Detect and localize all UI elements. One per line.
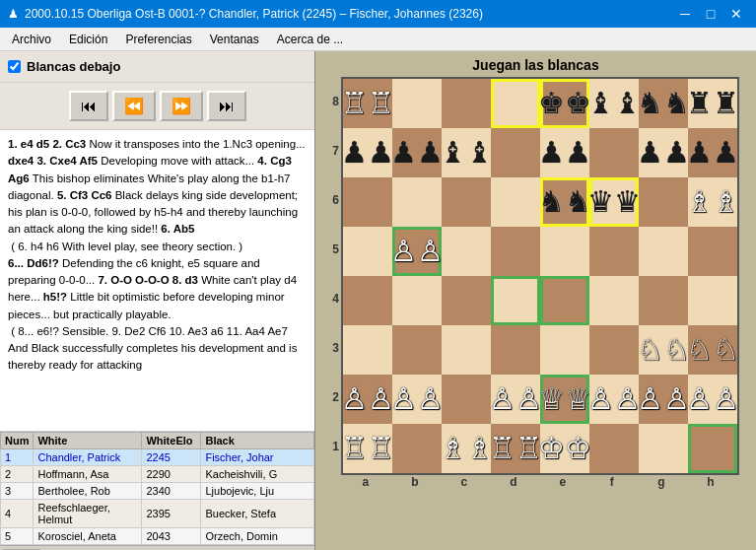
cell-a6[interactable] [343, 177, 392, 227]
cell-b7[interactable]: ♟ [392, 128, 442, 177]
menu-item-edición[interactable]: Edición [61, 31, 115, 48]
cell-e3[interactable] [540, 325, 589, 375]
table-row[interactable]: 2 Hoffmann, Asa 2290 Kacheishvili, G [1, 466, 314, 483]
cell-d4[interactable] [491, 276, 540, 325]
prev-button[interactable]: ⏪ [112, 91, 156, 121]
next-button[interactable]: ⏩ [160, 91, 203, 121]
cell-f1[interactable] [589, 424, 639, 473]
minimize-button[interactable]: ─ [673, 4, 697, 24]
cell-f8[interactable]: ♝ [589, 79, 639, 128]
first-button[interactable]: ⏮ [69, 91, 108, 121]
title-bar: ♟ 2000.10.15 Oberliga Ost-B 0001-? Chand… [0, 0, 756, 28]
cell-g2[interactable]: ♙ [639, 375, 688, 424]
cell-a3[interactable] [343, 325, 392, 375]
cell-c4[interactable] [442, 276, 491, 325]
move-text-area[interactable]: 1. e4 d5 2. Cc3 Now it transposes into t… [0, 130, 314, 432]
cell-e1[interactable]: ♔ [540, 424, 589, 473]
cell-g3[interactable]: ♘ [639, 325, 688, 375]
table-row[interactable]: 1 Chandler, Patrick 2245 Fischer, Johar [1, 449, 314, 466]
window-controls[interactable]: ─ □ ✕ [673, 4, 748, 24]
cell-g8[interactable]: ♞ [639, 79, 688, 128]
cell-g7[interactable]: ♟ [639, 128, 688, 177]
table-row[interactable]: 3 Bertholee, Rob 2340 Ljubojevic, Lju [1, 483, 314, 500]
cell-b5[interactable]: ♙ [392, 227, 442, 276]
piece-wn-h3: ♘ [686, 335, 739, 365]
cell-a1[interactable]: ♖ [343, 424, 392, 473]
cell-b4[interactable] [392, 276, 442, 325]
cell-g4[interactable] [639, 276, 688, 325]
cell-g6[interactable] [639, 177, 688, 227]
cell-f7[interactable] [589, 128, 639, 177]
cell-a8[interactable]: ♖ [343, 79, 392, 128]
cell-c3[interactable] [442, 325, 491, 375]
last-button[interactable]: ⏭ [207, 91, 246, 121]
cell-h8[interactable]: ♜ [688, 79, 737, 128]
cell-b6[interactable] [392, 177, 442, 227]
piece-bp-e7: ♟ [538, 138, 591, 168]
cell-h5[interactable] [688, 227, 737, 276]
cell-b1[interactable] [392, 424, 442, 473]
chess-board[interactable]: ♖ ♚ ♝ ♞ ♜ ♟ ♟ ♝ ♟ ♟ ♟ [341, 77, 739, 475]
white-below-checkbox[interactable] [8, 60, 21, 73]
cell-h4[interactable] [688, 276, 737, 325]
file-d: d [489, 475, 538, 489]
cell-f6[interactable]: ♛ [589, 177, 639, 227]
row-white: Bertholee, Rob [34, 483, 142, 500]
row-num: 5 [1, 528, 34, 545]
cell-h1[interactable] [688, 424, 737, 473]
horizontal-scrollbar[interactable] [0, 545, 314, 550]
cell-b8[interactable] [392, 79, 442, 128]
cell-d1[interactable]: ♖ [491, 424, 540, 473]
cell-f5[interactable] [589, 227, 639, 276]
close-button[interactable]: ✕ [724, 4, 748, 24]
cell-d8[interactable] [491, 79, 540, 128]
row-whiteelo: 2043 [142, 528, 201, 545]
table-row[interactable]: 4 Reefschlaeger, Helmut 2395 Buecker, St… [1, 500, 314, 528]
cell-f4[interactable] [589, 276, 639, 325]
cell-c8[interactable] [442, 79, 491, 128]
cell-e8[interactable]: ♚ [540, 79, 589, 128]
cell-c7[interactable]: ♝ [442, 128, 491, 177]
cell-b2[interactable]: ♙ [392, 375, 442, 424]
cell-f2[interactable]: ♙ [589, 375, 639, 424]
cell-e6[interactable]: ♞ [540, 177, 589, 227]
rank-3: 3 [332, 323, 339, 373]
cell-d2[interactable]: ♙ [491, 375, 540, 424]
cell-a4[interactable] [343, 276, 392, 325]
piece-wp-h2: ♙ [686, 384, 739, 414]
menu-item-acercade...[interactable]: Acerca de ... [269, 31, 351, 48]
maximize-button[interactable]: □ [699, 4, 722, 24]
cell-a7[interactable]: ♟ [343, 128, 392, 177]
cell-g1[interactable] [639, 424, 688, 473]
cell-h3[interactable]: ♘ [688, 325, 737, 375]
cell-d3[interactable] [491, 325, 540, 375]
menu-item-preferencias[interactable]: Preferencias [117, 31, 199, 48]
cell-e7[interactable]: ♟ [540, 128, 589, 177]
board-with-labels: 8 7 6 5 4 3 2 1 ♖ ♚ ♝ ♞ ♜ [332, 77, 739, 489]
cell-c2[interactable] [442, 375, 491, 424]
cell-d6[interactable] [491, 177, 540, 227]
cell-e2[interactable]: ♕ [540, 375, 589, 424]
cell-a5[interactable] [343, 227, 392, 276]
cell-e4[interactable] [540, 276, 589, 325]
cell-g5[interactable] [639, 227, 688, 276]
piece-wp-b2: ♙ [390, 384, 444, 414]
cell-d7[interactable] [491, 128, 540, 177]
cell-h6[interactable]: ♗ [688, 177, 737, 227]
menu-item-archivo[interactable]: Archivo [4, 31, 59, 48]
cell-h2[interactable]: ♙ [688, 375, 737, 424]
table-row[interactable]: 5 Korosciel, Aneta 2043 Orzech, Domin [1, 528, 314, 545]
menu-item-ventanas[interactable]: Ventanas [202, 31, 267, 48]
white-below-label[interactable]: Blancas debajo [8, 59, 307, 74]
cell-c6[interactable] [442, 177, 491, 227]
cell-f3[interactable] [589, 325, 639, 375]
cell-h7[interactable]: ♟ [688, 128, 737, 177]
cell-c5[interactable] [442, 227, 491, 276]
cell-b3[interactable] [392, 325, 442, 375]
cell-d5[interactable] [491, 227, 540, 276]
cell-c1[interactable]: ♗ [442, 424, 491, 473]
cell-e5[interactable] [540, 227, 589, 276]
cell-a2[interactable]: ♙ [343, 375, 392, 424]
piece-wk-e1: ♔ [538, 434, 591, 463]
col-whiteelo: WhiteElo [142, 433, 201, 449]
